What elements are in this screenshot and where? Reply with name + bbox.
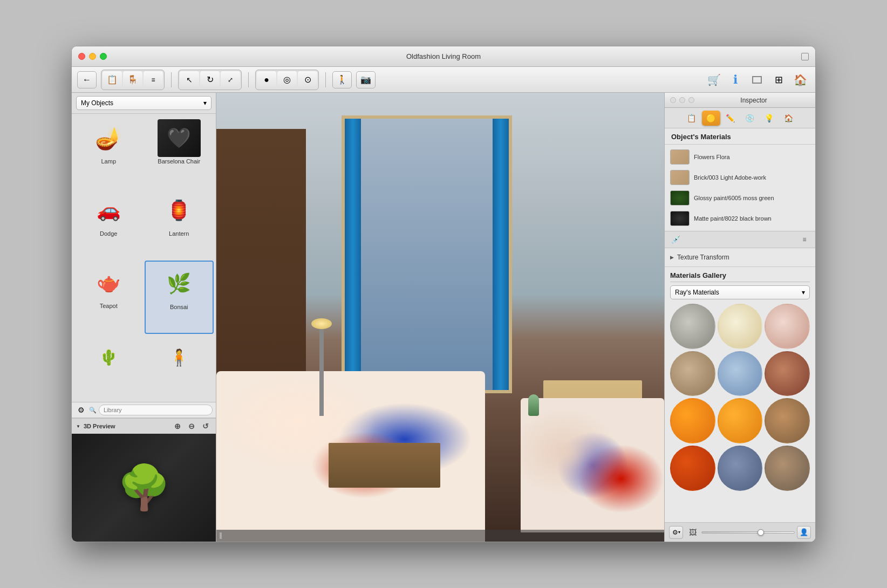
tab-objects[interactable]: 📋 bbox=[683, 111, 701, 126]
object-item-lamp[interactable]: 🪔 Lamp bbox=[74, 116, 144, 187]
record-btn[interactable]: ⊙ bbox=[298, 71, 317, 88]
bottom-settings-button[interactable]: ⚙ ▾ bbox=[669, 526, 683, 539]
swatch-orange-red[interactable] bbox=[670, 446, 715, 491]
ring-btn[interactable]: ◎ bbox=[277, 71, 297, 88]
object-item-cactus[interactable]: 🌵 bbox=[74, 335, 144, 400]
swatch-blue-argyle[interactable] bbox=[718, 351, 763, 396]
expand-icon[interactable] bbox=[801, 53, 809, 60]
material-flowers-flora[interactable]: Flowers Flora bbox=[665, 147, 815, 167]
swatch-steel-blue[interactable] bbox=[718, 446, 763, 491]
swatch-orange-1[interactable] bbox=[670, 398, 715, 443]
list-view-button[interactable]: ≡ bbox=[144, 71, 163, 88]
window-icon bbox=[752, 76, 762, 84]
rotate-tool-button[interactable]: ↻ bbox=[200, 71, 220, 88]
resize-tool-button[interactable]: ⤢ bbox=[221, 71, 240, 88]
select-tool-button[interactable]: ↖ bbox=[180, 71, 199, 88]
swatch-gray-floral[interactable] bbox=[670, 304, 715, 349]
cart-button[interactable]: 🛒 bbox=[704, 70, 724, 90]
search-bar: ⚙ 🔍 bbox=[72, 402, 216, 418]
minimize-button[interactable] bbox=[89, 53, 96, 60]
texture-transform-header[interactable]: ▶ Texture Transform bbox=[670, 251, 810, 263]
objects-dropdown[interactable]: My Objects ▾ bbox=[76, 96, 211, 110]
walk-button[interactable]: 🚶 bbox=[332, 71, 352, 88]
ring-icon: ◎ bbox=[283, 74, 291, 85]
eyedropper-button[interactable]: 💉 bbox=[669, 233, 682, 246]
tab-edit[interactable]: ✏️ bbox=[721, 111, 740, 126]
gallery-dropdown[interactable]: Ray's Materials ▾ bbox=[670, 285, 810, 299]
material-brick[interactable]: Brick/003 Light Adobe-work bbox=[665, 167, 815, 188]
material-matte-black[interactable]: Matte paint/8022 black brown bbox=[665, 208, 815, 229]
search-input[interactable] bbox=[99, 405, 213, 415]
chair-view-button[interactable]: 🪑 bbox=[123, 71, 142, 88]
object-item-bonsai[interactable]: 🌿 Bonsai bbox=[145, 261, 214, 334]
flowers-flora-thumb bbox=[670, 149, 690, 165]
object-item-teapot[interactable]: 🫖 Teapot bbox=[74, 261, 144, 334]
close-button[interactable] bbox=[78, 53, 85, 60]
plant-vase bbox=[528, 394, 539, 416]
tab-texture[interactable]: 💿 bbox=[741, 111, 759, 126]
swatch-dark-wood[interactable] bbox=[765, 446, 810, 491]
zoom-in-button[interactable]: ⊕ bbox=[172, 420, 183, 432]
person-button[interactable]: 👤 bbox=[797, 526, 811, 539]
swatch-rust-texture[interactable] bbox=[765, 351, 810, 396]
record-icon: ⊙ bbox=[304, 74, 311, 85]
object-materials-title: Object's Materials bbox=[665, 128, 815, 145]
insp-maximize-btn[interactable] bbox=[688, 97, 694, 103]
layout-button[interactable]: ⊞ bbox=[769, 70, 788, 90]
zoom-out-button[interactable]: ⊖ bbox=[186, 420, 197, 432]
texture-tab-icon: 💿 bbox=[745, 114, 754, 122]
object-item-lantern[interactable]: 🏮 Lantern bbox=[145, 188, 214, 259]
swatch-wood[interactable] bbox=[765, 398, 810, 443]
tools-group: ↖ ↻ ⤢ bbox=[178, 70, 242, 90]
insp-close-btn[interactable] bbox=[670, 97, 676, 103]
camera-icon: 📷 bbox=[360, 74, 371, 85]
swatch-tan-diamond[interactable] bbox=[670, 351, 715, 396]
brick-label: Brick/003 Light Adobe-work bbox=[694, 174, 766, 181]
slider-thumb[interactable] bbox=[758, 529, 764, 536]
info-button[interactable]: ℹ bbox=[726, 70, 745, 90]
inspector-panel: Inspector 📋 🟡 ✏️ 💿 💡 bbox=[664, 93, 815, 542]
sofa-right bbox=[521, 398, 664, 533]
objects-grid: 🪔 Lamp 🖤 Barselona Chair 🚗 Dodge 🏮 Lante… bbox=[72, 114, 216, 402]
back-button[interactable]: ← bbox=[77, 71, 97, 88]
camera-button[interactable]: 📷 bbox=[356, 71, 376, 88]
lamp-label: Lamp bbox=[101, 158, 116, 165]
object-item-chair[interactable]: 🖤 Barselona Chair bbox=[145, 116, 214, 187]
objects-view-button[interactable]: 📋 bbox=[103, 71, 122, 88]
swatch-red-floral[interactable] bbox=[765, 304, 810, 349]
tab-materials[interactable]: 🟡 bbox=[702, 111, 720, 126]
image-left-button[interactable]: 🖼 bbox=[686, 526, 699, 539]
preview-header[interactable]: ▼ 3D Preview ⊕ ⊖ ↺ bbox=[72, 419, 216, 434]
maximize-button[interactable] bbox=[100, 53, 107, 60]
size-slider[interactable] bbox=[701, 531, 795, 534]
inspector-tabs: 📋 🟡 ✏️ 💿 💡 🏠 bbox=[665, 108, 815, 128]
swatch-orange-2[interactable] bbox=[718, 398, 763, 443]
back-icon: ← bbox=[83, 75, 91, 85]
edit-tab-icon: ✏️ bbox=[726, 114, 735, 122]
reset-view-button[interactable]: ↺ bbox=[200, 420, 211, 432]
menu-button[interactable]: ≡ bbox=[798, 233, 811, 246]
tab-scene[interactable]: 🏠 bbox=[780, 111, 798, 126]
lantern-label: Lantern bbox=[169, 230, 189, 237]
preview-area: 🌳 bbox=[72, 434, 216, 542]
house-button[interactable]: 🏠 bbox=[790, 70, 810, 90]
room-scene bbox=[216, 93, 664, 542]
dropdown-arrow: ▾ bbox=[203, 99, 207, 107]
circle-btn[interactable]: ● bbox=[257, 71, 276, 88]
window-button[interactable] bbox=[747, 70, 767, 90]
object-item-dodge[interactable]: 🚗 Dodge bbox=[74, 188, 144, 259]
light-tab-icon: 💡 bbox=[765, 114, 774, 122]
insp-minimize-btn[interactable] bbox=[679, 97, 685, 103]
curtain-left bbox=[345, 119, 361, 391]
view-mode-group: 📋 🪑 ≡ bbox=[101, 70, 165, 90]
settings-button[interactable]: ⚙ bbox=[75, 404, 87, 416]
object-item-figure[interactable]: 🧍 bbox=[145, 335, 214, 400]
menu-icon: ≡ bbox=[802, 236, 806, 243]
preview-controls: ⊕ ⊖ ↺ bbox=[172, 420, 211, 432]
material-glossy-moss[interactable]: Glossy paint/6005 moss green bbox=[665, 188, 815, 208]
tab-light[interactable]: 💡 bbox=[760, 111, 779, 126]
eyedropper-icon: 💉 bbox=[671, 235, 680, 244]
center-viewport[interactable] bbox=[216, 93, 664, 542]
gallery-dropdown-arrow: ▾ bbox=[802, 289, 805, 296]
swatch-cream-floral[interactable] bbox=[718, 304, 763, 349]
